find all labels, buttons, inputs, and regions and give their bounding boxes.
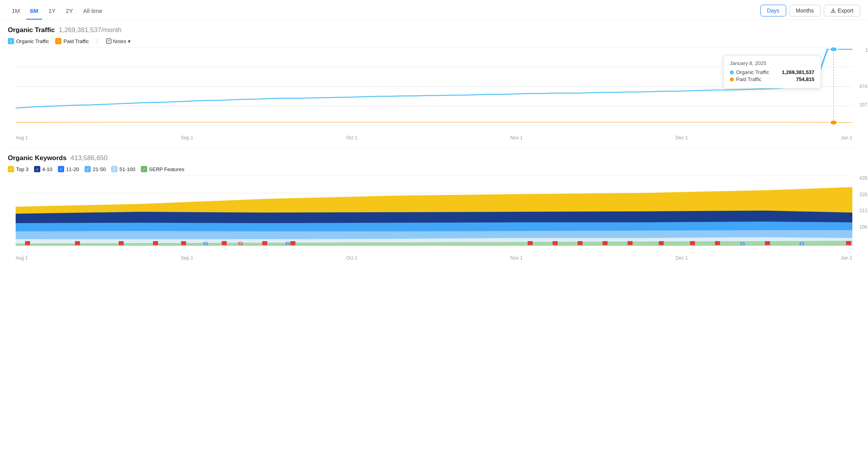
organic-keywords-chart: G G G G G — [16, 175, 852, 246]
svg-rect-28 — [528, 241, 533, 245]
organic-keywords-chart-wrapper: G G G G G 426.8M 320.1M 213.4M 106.7M 0 … — [0, 175, 868, 261]
paid-traffic-checkbox[interactable]: ✓ — [55, 38, 61, 44]
legend-separator: | — [97, 38, 98, 44]
x-axis-traffic: Aug 1 Sep 1 Oct 1 Nov 1 Dec 1 Jan 1 — [16, 133, 852, 141]
kw-51-100[interactable]: ✓ 51-100 — [111, 166, 135, 172]
tab-alltime[interactable]: All time — [79, 6, 106, 16]
kw-serp-checkbox[interactable]: ✓ — [141, 166, 147, 172]
svg-rect-24 — [181, 241, 186, 245]
svg-rect-36 — [765, 241, 770, 245]
svg-text:G: G — [203, 241, 209, 246]
keyword-legend: ✓ Top 3 ✓ 4-10 ✓ 11-20 ✓ 21-50 ✓ 51-100 … — [8, 166, 860, 172]
organic-traffic-checkbox[interactable]: ✓ — [8, 38, 14, 44]
svg-rect-35 — [715, 241, 720, 245]
kw-4-10-checkbox[interactable]: ✓ — [34, 166, 40, 172]
days-button[interactable]: Days — [760, 5, 786, 16]
svg-text:G: G — [238, 241, 243, 246]
top-bar: 1M 6M 1Y 2Y All time Days Months Export — [0, 0, 868, 20]
svg-rect-25 — [222, 241, 227, 245]
y-axis-keywords: 426.8M 320.1M 213.4M 106.7M 0 — [859, 175, 868, 246]
organic-traffic-value: 1,269,381,537/month — [59, 26, 122, 34]
top-right-controls: Days Months Export — [760, 5, 860, 16]
svg-rect-23 — [153, 241, 158, 245]
kw-4-10[interactable]: ✓ 4-10 — [34, 166, 52, 172]
kw-11-20[interactable]: ✓ 11-20 — [58, 166, 79, 172]
kw-21-50-checkbox[interactable]: ✓ — [85, 166, 91, 172]
svg-rect-22 — [119, 241, 124, 245]
y-axis-traffic: 1.3B 1B 674.9M 337.4M 0 — [859, 47, 868, 126]
svg-text:G: G — [740, 241, 746, 246]
kw-11-20-checkbox[interactable]: ✓ — [58, 166, 64, 172]
organic-keywords-value: 413,586,650 — [70, 154, 108, 162]
organic-traffic-chart — [16, 47, 852, 126]
notes-icon — [106, 38, 112, 44]
organic-traffic-chart-wrapper: January 8, 2025 Organic Traffic 1,269,38… — [0, 47, 868, 141]
svg-rect-29 — [553, 241, 558, 245]
kw-serp[interactable]: ✓ SERP Features — [141, 166, 184, 172]
notes-button[interactable]: Notes ▾ — [106, 38, 131, 44]
tab-2y[interactable]: 2Y — [62, 6, 77, 16]
x-axis-keywords: Aug 1 Sep 1 Oct 1 Nov 1 Dec 1 Jan 1 — [16, 254, 852, 261]
svg-rect-31 — [603, 241, 608, 245]
organic-keywords-section: Organic Keywords 413,586,650 ✓ Top 3 ✓ 4… — [0, 148, 868, 172]
svg-rect-33 — [659, 241, 664, 245]
export-button[interactable]: Export — [824, 5, 860, 16]
tab-1y[interactable]: 1Y — [45, 6, 59, 16]
svg-point-8 — [830, 120, 837, 125]
svg-point-7 — [830, 47, 837, 52]
legend-organic-traffic[interactable]: ✓ Organic Traffic — [8, 38, 49, 44]
tab-6m[interactable]: 6M — [26, 6, 42, 16]
organic-traffic-label: Organic Traffic — [8, 26, 55, 34]
svg-marker-18 — [16, 187, 852, 214]
export-icon — [830, 8, 836, 13]
organic-keywords-label: Organic Keywords — [8, 154, 67, 162]
svg-rect-37 — [846, 241, 851, 245]
organic-traffic-title: Organic Traffic 1,269,381,537/month — [8, 26, 860, 34]
kw-51-100-checkbox[interactable]: ✓ — [111, 166, 117, 172]
svg-rect-21 — [75, 241, 80, 245]
svg-text:G: G — [285, 241, 291, 246]
svg-text:G: G — [799, 241, 805, 246]
kw-top3-checkbox[interactable]: ✓ — [8, 166, 14, 172]
organic-traffic-legend: ✓ Organic Traffic ✓ Paid Traffic | Notes… — [8, 38, 860, 44]
tab-1m[interactable]: 1M — [8, 6, 24, 16]
svg-rect-30 — [578, 241, 583, 245]
svg-rect-32 — [628, 241, 633, 245]
organic-keywords-title: Organic Keywords 413,586,650 — [8, 154, 860, 162]
svg-rect-27 — [290, 241, 295, 245]
time-tabs: 1M 6M 1Y 2Y All time — [8, 6, 106, 16]
organic-traffic-section: Organic Traffic 1,269,381,537/month ✓ Or… — [0, 20, 868, 44]
legend-paid-traffic[interactable]: ✓ Paid Traffic — [55, 38, 89, 44]
kw-21-50[interactable]: ✓ 21-50 — [85, 166, 106, 172]
svg-rect-20 — [25, 241, 30, 245]
svg-rect-34 — [690, 241, 695, 245]
months-button[interactable]: Months — [789, 5, 821, 16]
svg-rect-0 — [106, 39, 111, 43]
kw-top3[interactable]: ✓ Top 3 — [8, 166, 29, 172]
svg-rect-26 — [262, 241, 267, 245]
